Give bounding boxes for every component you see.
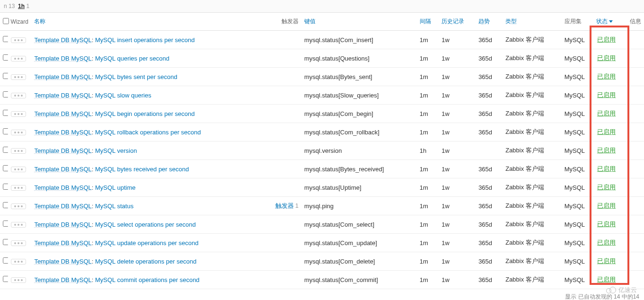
template-link[interactable]: Template DB MySQL (34, 147, 91, 154)
row-select-checkbox[interactable] (3, 91, 8, 97)
cell-history: 1w (439, 49, 476, 68)
status-toggle-link[interactable]: 已启用 (597, 36, 616, 43)
header-interval[interactable]: 间隔 (417, 13, 439, 31)
status-toggle-link[interactable]: 已启用 (597, 221, 616, 228)
header-checkbox[interactable] (0, 13, 8, 31)
template-link[interactable]: Template DB MySQL (34, 73, 91, 80)
status-toggle-link[interactable]: 已启用 (597, 239, 616, 246)
context-menu-icon[interactable] (11, 259, 26, 265)
context-menu-icon[interactable] (11, 74, 26, 80)
item-name-link[interactable]: MySQL commit operations per second (95, 276, 200, 283)
row-select-checkbox[interactable] (3, 110, 8, 116)
status-toggle-link[interactable]: 已启用 (597, 165, 616, 172)
template-link[interactable]: Template DB MySQL (34, 55, 91, 62)
cell-checkbox (0, 123, 8, 141)
cell-wizard (8, 252, 32, 271)
status-toggle-link[interactable]: 已启用 (597, 91, 616, 98)
template-link[interactable]: Template DB MySQL (34, 36, 91, 44)
header-key[interactable]: 键值 (301, 13, 417, 31)
item-name-link[interactable]: MySQL bytes sent per second (95, 73, 177, 80)
row-select-checkbox[interactable] (3, 202, 8, 208)
row-select-checkbox[interactable] (3, 54, 8, 61)
cell-type: Zabbix 客户端 (503, 215, 561, 234)
row-select-checkbox[interactable] (3, 239, 8, 245)
row-select-checkbox[interactable] (3, 184, 8, 190)
context-menu-icon[interactable] (11, 130, 26, 135)
header-trend[interactable]: 趋势 (476, 13, 503, 31)
context-menu-icon[interactable] (11, 93, 26, 98)
status-toggle-link[interactable]: 已启用 (597, 110, 616, 117)
cell-trend: 365d (476, 86, 503, 105)
cell-name: Template DB MySQL: MySQL rollback operat… (31, 123, 267, 141)
header-type[interactable]: 类型 (503, 13, 561, 31)
triggers-link[interactable]: 触发器 (275, 202, 294, 209)
status-toggle-link[interactable]: 已启用 (597, 147, 616, 154)
separator: : (92, 110, 95, 117)
header-status[interactable]: 状态 (593, 13, 627, 31)
context-menu-icon[interactable] (11, 111, 26, 117)
template-link[interactable]: Template DB MySQL (34, 258, 91, 265)
row-select-checkbox[interactable] (3, 36, 8, 42)
template-link[interactable]: Template DB MySQL (34, 110, 91, 117)
template-link[interactable]: Template DB MySQL (34, 239, 91, 247)
template-link[interactable]: Template DB MySQL (34, 92, 91, 99)
item-name-link[interactable]: MySQL select operations per second (95, 221, 196, 228)
filter-active-1h[interactable]: 1h (18, 3, 25, 9)
context-menu-icon[interactable] (11, 203, 26, 209)
item-name-link[interactable]: MySQL status (95, 203, 133, 210)
context-menu-icon[interactable] (11, 277, 26, 283)
template-link[interactable]: Template DB MySQL (34, 129, 91, 136)
context-menu-icon[interactable] (11, 148, 26, 154)
template-link[interactable]: Template DB MySQL (34, 166, 91, 173)
context-menu-icon[interactable] (11, 167, 26, 172)
separator: : (92, 55, 95, 62)
row-select-checkbox[interactable] (3, 221, 8, 227)
item-name-link[interactable]: MySQL insert operations per second (95, 36, 195, 44)
status-toggle-link[interactable]: 已启用 (597, 202, 616, 209)
select-all-checkbox[interactable] (3, 18, 9, 24)
row-select-checkbox[interactable] (3, 128, 8, 134)
row-select-checkbox[interactable] (3, 147, 8, 153)
cell-interval: 1m (417, 86, 439, 105)
context-menu-icon[interactable] (11, 222, 26, 228)
cell-status: 已启用 (593, 178, 627, 197)
item-name-link[interactable]: MySQL rollback operations per second (95, 129, 201, 136)
item-name-link[interactable]: MySQL version (95, 147, 137, 154)
template-link[interactable]: Template DB MySQL (34, 184, 91, 191)
table-row: Template DB MySQL: MySQL bytes sent per … (0, 68, 644, 86)
item-name-link[interactable]: MySQL queries per second (95, 55, 169, 62)
context-menu-icon[interactable] (11, 185, 26, 191)
cell-wizard (8, 86, 32, 105)
context-menu-icon[interactable] (11, 56, 26, 62)
status-toggle-link[interactable]: 已启用 (597, 257, 616, 265)
separator: : (92, 221, 95, 228)
cell-interval: 1m (417, 197, 439, 215)
status-toggle-link[interactable]: 已启用 (597, 128, 616, 135)
item-name-link[interactable]: MySQL update operations per second (95, 239, 199, 247)
row-select-checkbox[interactable] (3, 257, 8, 264)
status-toggle-link[interactable]: 已启用 (597, 73, 616, 80)
item-name-link[interactable]: MySQL begin operations per second (95, 110, 195, 117)
header-name[interactable]: 名称 (31, 13, 267, 31)
item-name-link[interactable]: MySQL slow queries (95, 92, 151, 99)
separator: : (92, 184, 95, 191)
cell-trend: 365d (476, 215, 503, 234)
header-history[interactable]: 历史记录 (439, 13, 476, 31)
status-toggle-link[interactable]: 已启用 (597, 276, 616, 283)
cell-history: 1w (439, 178, 476, 197)
cell-history: 1w (439, 105, 476, 123)
template-link[interactable]: Template DB MySQL (34, 221, 91, 228)
template-link[interactable]: Template DB MySQL (34, 276, 91, 283)
item-name-link[interactable]: MySQL delete operations per second (95, 258, 196, 265)
row-select-checkbox[interactable] (3, 73, 8, 79)
status-toggle-link[interactable]: 已启用 (597, 184, 616, 191)
item-name-link[interactable]: MySQL uptime (95, 184, 136, 191)
cell-interval: 1m (417, 160, 439, 178)
item-name-link[interactable]: MySQL bytes received per second (95, 166, 189, 173)
row-select-checkbox[interactable] (3, 165, 8, 171)
context-menu-icon[interactable] (11, 240, 26, 246)
status-toggle-link[interactable]: 已启用 (597, 54, 616, 62)
template-link[interactable]: Template DB MySQL (34, 203, 91, 210)
row-select-checkbox[interactable] (3, 276, 8, 282)
context-menu-icon[interactable] (11, 37, 26, 43)
